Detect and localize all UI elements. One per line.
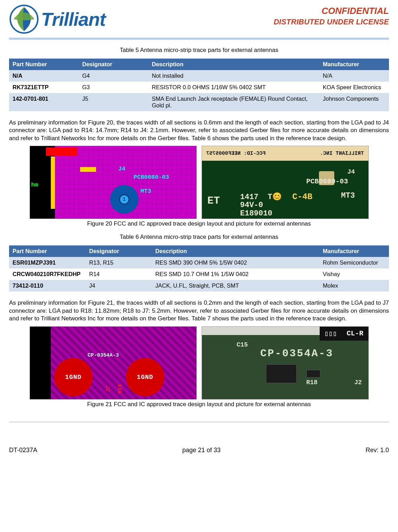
label-j7: J7 xyxy=(105,386,111,392)
cell-des: J4 xyxy=(86,280,152,291)
gnd-pad-icon: 1GND xyxy=(126,358,164,396)
cell-desc: SMA End Launch Jack receptacle (FEMALE) … xyxy=(148,93,319,111)
cell-mfr: Rohm Semiconductor xyxy=(319,257,389,268)
brand-name: Trilliant xyxy=(41,8,106,30)
label-cp: CP-0354A-3 xyxy=(88,352,119,358)
pad-number: 1 xyxy=(119,194,130,205)
col-designator: Designator xyxy=(79,59,148,70)
cell-pn: ESR01MZPJ391 xyxy=(9,257,86,268)
cell-pn: N/A xyxy=(9,70,79,82)
cell-des: G3 xyxy=(79,82,148,93)
silk-et: ET xyxy=(208,195,220,207)
distributed-label: DISTRIBUTED UNDER LICENSE xyxy=(274,18,389,26)
label-mt3: MT3 xyxy=(141,188,151,195)
confidentiality-block: CONFIDENTIAL DISTRIBUTED UNDER LICENSE xyxy=(274,4,389,26)
sticker-brand: TRILLIANT INC. xyxy=(320,151,364,157)
cell-mfr: Vishay xyxy=(319,268,389,280)
cell-desc: RES SMD 390 OHM 5% 1/5W 0402 xyxy=(152,257,319,268)
figure21-photo: ▯▯▯CL-R CP-0354A-3 R18 J2 C15 xyxy=(202,326,369,400)
cell-desc: JACK, U.FL, Straight, PCB, SMT xyxy=(152,280,319,291)
silk-j2: J2 xyxy=(354,379,362,386)
table-header-row: Part Number Designator Description Manuf… xyxy=(9,59,389,70)
table-row: 73412-0110 J4 JACK, U.FL, Straight, PCB,… xyxy=(9,280,389,291)
footer-divider xyxy=(9,422,389,422)
header-divider xyxy=(9,38,389,40)
cell-pn: RK73Z1ETTP xyxy=(9,82,79,93)
page-number: page 21 of 33 xyxy=(182,447,220,454)
paragraph-fig21: As preliminary information for Figure 21… xyxy=(9,299,389,322)
silk-mt3: MT3 xyxy=(341,191,355,200)
revision: Rev: 1.0 xyxy=(366,447,389,454)
figure20-photo: FCC-ID: NEEF0005757 TRILLIANT INC. J4 PC… xyxy=(202,146,369,219)
table6: Part Number Designator Description Manuf… xyxy=(9,245,389,291)
cell-des: R13, R15 xyxy=(86,257,152,268)
cell-pn: 73412-0110 xyxy=(9,280,86,291)
sticker-fccid: FCC-ID: NEEF0005757 xyxy=(206,151,266,157)
confidential-label: CONFIDENTIAL xyxy=(274,6,389,16)
figure21-caption: Figure 21 FCC and IC approved trace desi… xyxy=(9,401,389,408)
col-manufacturer: Manufacturer xyxy=(319,59,389,70)
cell-mfr: N/A xyxy=(319,70,389,82)
cell-pn: CRCW040210R7FKEDHP xyxy=(9,268,86,280)
brand-logo: Trilliant xyxy=(9,4,106,34)
paragraph-fig20: As preliminary information for Figure 20… xyxy=(9,119,389,142)
label-hm: hm xyxy=(31,182,38,188)
cell-desc: Not installed xyxy=(148,70,319,82)
silk-c4b: C-4B xyxy=(292,192,313,202)
silk-r18: R18 xyxy=(306,379,318,386)
cell-desc: RESISTOR 0.0 OHMS 1/16W 5% 0402 SMT xyxy=(148,82,319,93)
gnd-pad-icon: 1GND xyxy=(54,358,93,396)
silk-c15: C15 xyxy=(237,341,248,348)
page-header: Trilliant CONFIDENTIAL DISTRIBUTED UNDER… xyxy=(9,4,389,34)
table-row: RK73Z1ETTP G3 RESISTOR 0.0 OHMS 1/16W 5%… xyxy=(9,82,389,93)
table-row: 142-0701-801 J5 SMA End Launch Jack rece… xyxy=(9,93,389,111)
silk-ul: 1417 T😊94V-0 E189010 xyxy=(240,193,282,217)
table5-caption: Table 5 Antenna micro-strip trace parts … xyxy=(9,47,389,54)
table-row: N/A G4 Not installed N/A xyxy=(9,70,389,82)
figure20-row: 1 hm J4 PCB0080-03 MT3 FCC-ID: NEEF00057… xyxy=(9,146,389,219)
page-footer: DT-0237A page 21 of 33 Rev: 1.0 xyxy=(9,447,389,454)
col-part-number: Part Number xyxy=(9,245,86,257)
logo-mark-icon xyxy=(9,4,39,34)
col-part-number: Part Number xyxy=(9,59,79,70)
silk-pcb: PCB0080-03 xyxy=(306,177,348,185)
figure20-caption: Figure 20 FCC and IC approved trace desi… xyxy=(9,220,389,227)
cell-pn: 142-0701-801 xyxy=(9,93,79,111)
table6-caption: Table 6 Antenna micro-strip trace parts … xyxy=(9,234,389,241)
doc-id: DT-0237A xyxy=(9,447,37,454)
cell-des: J5 xyxy=(79,93,148,111)
table-header-row: Part Number Designator Description Manuf… xyxy=(9,245,389,257)
col-description: Description xyxy=(148,59,319,70)
figure20-layout: 1 hm J4 PCB0080-03 MT3 xyxy=(30,146,197,219)
cell-desc: RES SMD 10.7 OHM 1% 1/5W 0402 xyxy=(152,268,319,280)
cell-mfr: Molex xyxy=(319,280,389,291)
label-r18: R18 xyxy=(117,384,123,394)
col-designator: Designator xyxy=(86,245,152,257)
silk-j4: J4 xyxy=(348,168,355,175)
silk-cp: CP-0354A-3 xyxy=(260,348,334,359)
col-description: Description xyxy=(152,245,319,257)
table-row: CRCW040210R7FKEDHP R14 RES SMD 10.7 OHM … xyxy=(9,268,389,280)
cell-mfr: Johnson Components xyxy=(319,93,389,111)
label-j4: J4 xyxy=(118,166,125,172)
cell-des: G4 xyxy=(79,70,148,82)
cell-mfr: KOA Speer Electronics xyxy=(319,82,389,93)
table5: Part Number Designator Description Manuf… xyxy=(9,59,389,111)
table-row: ESR01MZPJ391 R13, R15 RES SMD 390 OHM 5%… xyxy=(9,257,389,268)
label-pcb: PCB0080-03 xyxy=(134,174,169,181)
figure21-layout: 1GND 1GND CP-0354A-3 J7 R18 xyxy=(30,326,197,400)
cell-des: R14 xyxy=(86,268,152,280)
figure21-row: 1GND 1GND CP-0354A-3 J7 R18 ▯▯▯CL-R CP-0… xyxy=(9,326,389,400)
col-manufacturer: Manufacturer xyxy=(319,245,389,257)
